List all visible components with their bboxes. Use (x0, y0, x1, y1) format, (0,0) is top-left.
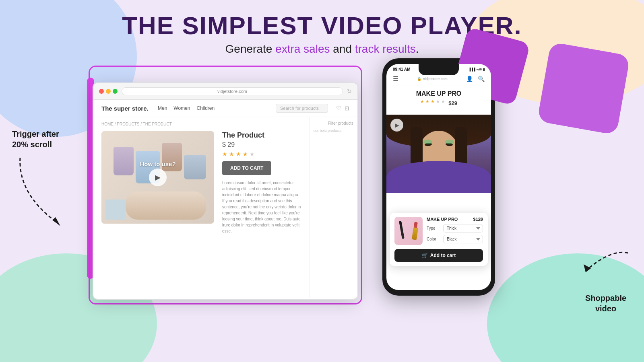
hands (126, 191, 206, 220)
product-title: The Product (222, 131, 301, 140)
add-to-cart-button[interactable]: ADD TO CART (222, 161, 271, 175)
product-desc: Lorem ipsum dolor sit amet, consectetur … (222, 180, 301, 234)
phone-status-right: ▐▐▐ wifi ▮ (469, 68, 485, 71)
product-stars: ★ ★ ★ ★ ★ (222, 151, 301, 157)
browser-wrapper: vidjetstore.com ↻ The super store. Men W… (93, 70, 358, 300)
phone-rating-row: ★ ★ ★ ★ ★ $29 (391, 99, 486, 107)
popup-card: ✕ (390, 213, 488, 266)
browser-mockup: vidjetstore.com ↻ The super store. Men W… (93, 82, 358, 300)
store-sidebar: Filter products our best products (309, 117, 357, 298)
phone-play-button[interactable]: ▶ (390, 119, 403, 132)
video-label: How to use? (140, 160, 175, 167)
header: THE SIMPLEST VIDEO PLAYER. Generate extr… (0, 0, 644, 60)
arrow-up-left-icon (580, 239, 632, 291)
pstar2: ★ (425, 99, 429, 104)
phone-nav-icons: 👤 🔍 (466, 76, 485, 82)
star4: ★ (243, 151, 248, 157)
popup-product-image (394, 217, 423, 245)
url-text: vidjetstore.com (423, 77, 448, 81)
color-label: Color (427, 237, 441, 241)
best-products-label: our best products (314, 129, 353, 133)
color-select[interactable]: Black Brown (443, 235, 483, 243)
store-nav: The super store. Men Women Children Sear… (93, 100, 357, 117)
pstar4: ★ (436, 99, 440, 104)
star5: ★ (250, 151, 255, 157)
right-eyeshadow (445, 140, 454, 144)
svg-marker-0 (52, 217, 60, 226)
menu-women[interactable]: Women (173, 105, 190, 111)
lock-icon: 🔒 (417, 77, 421, 81)
left-eyeshadow (423, 140, 432, 144)
cup4 (184, 155, 206, 179)
trigger-text: Trigger after20% scroll (12, 129, 64, 150)
store-main: HOME / PRODUCTS / THE PRODUCT (93, 117, 309, 298)
phone-url: 🔒 vidjetstore.com (417, 77, 448, 81)
heart-icon[interactable]: ♡ (336, 105, 341, 111)
phone-product-title: MAKE UP PRO (391, 90, 486, 97)
star3: ★ (236, 151, 241, 157)
product-info: The Product $ 29 ★ ★ ★ ★ ★ (222, 131, 301, 234)
product-thumbnail (105, 200, 126, 220)
arrow-down-right-icon (12, 154, 64, 234)
subtitle-suffix: . (416, 43, 419, 55)
cup1 (114, 147, 134, 175)
phone-video[interactable]: ▶ (386, 115, 491, 193)
refresh-icon: ↻ (347, 88, 352, 95)
filter-label: Filter products (314, 121, 353, 125)
breadcrumb: HOME / PRODUCTS / THE PRODUCT (101, 122, 301, 126)
pstar1: ★ (420, 99, 424, 104)
right-annotation: Shoppablevideo (580, 239, 632, 314)
browser-dots (99, 89, 118, 94)
popup-product-row: MAKE UP PRO $129 Type Thick Thin (394, 217, 483, 246)
subtitle: Generate extra sales and track results. (0, 43, 644, 56)
dot-red (99, 89, 104, 94)
popup-info-column: MAKE UP PRO $129 Type Thick Thin (427, 217, 483, 246)
dot-green (113, 89, 118, 94)
shirt (386, 161, 491, 193)
type-select[interactable]: Thick Thin (443, 224, 483, 232)
store-icons: ♡ ⊡ (336, 105, 349, 111)
pstar5: ★ (441, 99, 445, 104)
makeup-image (396, 219, 421, 243)
phone-screen: 09:41 AM ▐▐▐ wifi ▮ ☰ 🔒 vidjetstore.com (386, 64, 491, 290)
type-label: Type (427, 226, 441, 230)
page-content: THE SIMPLEST VIDEO PLAYER. Generate extr… (0, 0, 644, 362)
subtitle-highlight1: extra sales (275, 43, 330, 55)
play-button[interactable]: ▶ (149, 169, 167, 186)
cart-icon-button: 🛒 (422, 253, 428, 258)
phone-notch (419, 64, 459, 75)
svg-marker-1 (584, 264, 591, 272)
star2: ★ (229, 151, 234, 157)
subtitle-prefix: Generate (225, 43, 276, 55)
store-logo: The super store. (101, 105, 150, 112)
battery-icon: ▮ (483, 68, 485, 71)
subtitle-middle: and (330, 43, 355, 55)
signal-icon: ▐▐▐ (469, 68, 475, 71)
store-menu: Men Women Children (158, 105, 215, 111)
wifi-icon: wifi (477, 68, 482, 71)
mascara-wand (399, 221, 405, 239)
product-video[interactable]: How to use? ▶ (101, 131, 214, 224)
star1: ★ (222, 151, 227, 157)
store-search[interactable]: Search for products (276, 104, 328, 113)
store-content: The super store. Men Women Children Sear… (93, 100, 357, 298)
search-icon[interactable]: 🔍 (478, 76, 485, 82)
phone-mockup: 09:41 AM ▐▐▐ wifi ▮ ☰ 🔒 vidjetstore.com (382, 58, 495, 296)
phone-stars: ★ ★ ★ ★ ★ (420, 99, 445, 104)
popup-product-name: MAKE UP PRO (427, 217, 458, 222)
product-area: How to use? ▶ The Product (101, 131, 301, 234)
add-cart-label: Add to cart (430, 253, 456, 258)
hamburger-icon[interactable]: ☰ (393, 75, 398, 82)
status-time: 09:41 AM (393, 67, 411, 72)
cart-icon[interactable]: ⊡ (345, 105, 349, 111)
popup-add-cart-button[interactable]: 🛒 Add to cart (394, 249, 483, 262)
dot-yellow (106, 89, 111, 94)
user-icon[interactable]: 👤 (466, 76, 473, 82)
menu-men[interactable]: Men (158, 105, 167, 111)
video-background: How to use? ▶ (101, 131, 214, 224)
popup-close-button[interactable]: ✕ (479, 216, 484, 222)
cup3 (162, 143, 182, 171)
popup-color-row: Color Black Brown (427, 235, 483, 243)
subtitle-highlight2: track results (355, 43, 416, 55)
menu-children[interactable]: Children (196, 105, 215, 111)
